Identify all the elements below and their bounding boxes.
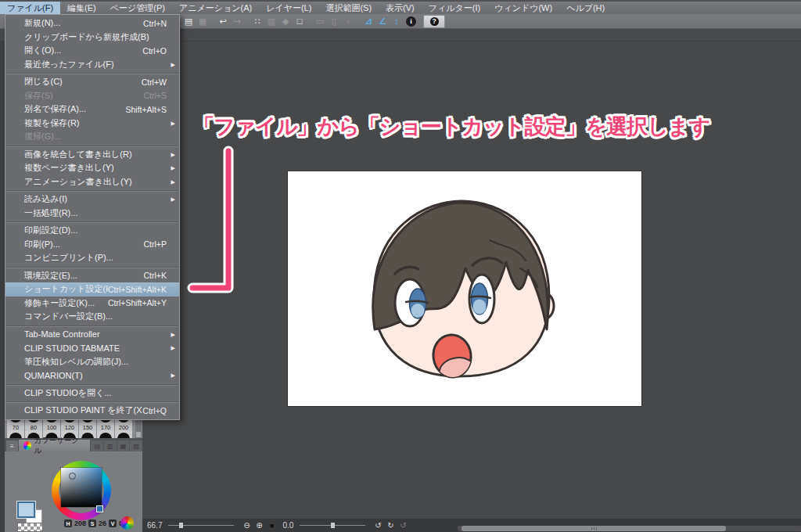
file-menu-item[interactable]: 最近使ったファイル(F) ▶ — [5, 58, 179, 72]
file-menu-item[interactable]: 印刷設定(D)... — [5, 224, 179, 238]
file-menu-item[interactable]: 読み込み(I) ▶ — [5, 192, 179, 207]
transform-dots-icon[interactable]: ∷ — [250, 16, 264, 27]
transparent-color-swatch[interactable] — [17, 523, 43, 532]
annotation-text: 「ファイル」から「ショートカット設定」を選択します — [193, 113, 709, 141]
file-menu-item[interactable]: 筆圧検知レベルの調節(J)... — [5, 355, 179, 369]
file-menu: 新規(N)... Ctrl+N クリップボードから新規作成(B) 開く(O)..… — [5, 14, 180, 420]
menu-bar-item[interactable]: 編集(E) — [60, 2, 103, 14]
file-menu-item[interactable]: CLIP STUDIOを開く... — [5, 386, 179, 401]
fit-to-screen-icon[interactable]: ■ — [265, 522, 278, 530]
rotation-slider[interactable] — [300, 525, 365, 526]
menu-bar-item[interactable]: ヘルプ(H) — [559, 2, 612, 14]
drawing-canvas[interactable] — [288, 171, 641, 406]
redo-icon[interactable]: ↪ — [230, 16, 244, 27]
hue-marker[interactable] — [96, 505, 103, 512]
tab-color-slider[interactable]: ▤ — [91, 440, 103, 451]
file-menu-item[interactable]: 印刷(P)... Ctrl+P — [5, 238, 179, 252]
tab-color-set[interactable]: ▥ — [104, 440, 117, 451]
menu-bar-item[interactable]: ページ管理(P) — [103, 2, 172, 14]
scrollbar-handle[interactable] — [462, 526, 726, 531]
snap-ruler-icon[interactable]: ⊿ — [361, 16, 375, 27]
file-menu-item[interactable]: 複数ページ書き出し(Y) ▶ — [5, 161, 179, 175]
file-menu-item[interactable]: CLIP STUDIO TABMATE ▶ — [5, 341, 179, 355]
menu-bar-item[interactable]: レイヤー(L) — [259, 2, 318, 14]
zoom-slider[interactable] — [168, 525, 234, 526]
toolbar-separator — [355, 16, 361, 27]
menu-bar-item[interactable]: アニメーション(A) — [172, 2, 259, 14]
edit-a-icon[interactable]: ▭ — [313, 16, 327, 27]
value-chip: V — [109, 519, 117, 527]
rotate-right-icon[interactable]: ↻ — [384, 521, 397, 530]
hue-chip: H — [64, 519, 72, 527]
file-menu-item[interactable]: 修飾キー設定(K)... Ctrl+Shift+Alt+Y — [5, 297, 179, 311]
foreground-color-swatch[interactable] — [17, 501, 35, 518]
brush-panel-scrollbar[interactable] — [135, 417, 142, 438]
tab-color-mixer[interactable]: ▦ — [117, 440, 130, 451]
menu-bar: ファイル(F) 編集(E) ページ管理(P) アニメーション(A) レイヤー(L… — [0, 0, 801, 14]
submenu-arrow-icon: ▶ — [171, 179, 175, 185]
submenu-arrow-icon: ▶ — [171, 345, 175, 351]
brush-size-item[interactable]: 170 — [97, 417, 114, 438]
file-menu-item[interactable]: コンビニプリント(P)... — [5, 251, 179, 265]
submenu-arrow-icon: ▶ — [171, 62, 175, 68]
file-menu-item[interactable]: 環境設定(E)... Ctrl+K — [5, 269, 179, 283]
panel-menu-icon[interactable]: ≡ — [6, 440, 18, 451]
undo-icon[interactable]: ↩ — [216, 16, 230, 27]
file-menu-item[interactable]: 一括処理(R)... — [5, 207, 179, 221]
file-menu-item[interactable]: 複製を保存(R) ▶ — [5, 117, 179, 131]
brush-thumbnail — [7, 431, 24, 438]
annotation-bracket — [185, 145, 239, 298]
file-menu-item[interactable]: QUMARION(T) ▶ — [5, 368, 179, 383]
color-wheel-icon[interactable] — [120, 516, 134, 530]
submenu-arrow-icon: ▶ — [171, 372, 175, 379]
help-icon: ? — [430, 17, 439, 26]
toolbar-separator — [210, 16, 216, 27]
brush-size-item[interactable]: 200 — [115, 417, 132, 438]
tab-color-circle[interactable]: カラーサークル — [19, 440, 91, 451]
group-icon[interactable]: ▥ — [264, 16, 278, 27]
file-menu-item[interactable]: 保存(S) Ctrl+S — [5, 89, 179, 103]
zoom-out-icon[interactable]: ⊖ — [240, 521, 253, 530]
rotate-left-icon[interactable]: ↺ — [372, 521, 384, 530]
menu-bar-item[interactable]: フィルター(I) — [422, 2, 487, 14]
save-icon[interactable]: ▦ — [196, 16, 210, 27]
info-icon[interactable]: i — [406, 16, 416, 27]
edit-b-icon[interactable]: ▯ — [327, 16, 341, 27]
file-menu-item[interactable]: クリップボードから新規作成(B) — [5, 31, 179, 45]
brush-thumbnail — [97, 431, 114, 438]
file-menu-item[interactable]: 別名で保存(A)... Shift+Alt+S — [5, 102, 179, 117]
file-menu-item[interactable]: 閉じる(C) Ctrl+W — [5, 75, 179, 89]
file-menu-item[interactable]: ショートカット設定(H)... Ctrl+Shift+Alt+K — [5, 282, 179, 297]
file-menu-item[interactable]: 新規(N)... Ctrl+N — [5, 16, 179, 31]
snap-angle-icon[interactable]: ∠ — [375, 16, 390, 27]
color-circle-panel: ≡ カラーサークル ▤ ▥ ▦ ▧ H 208 S 26 V 86 — [5, 438, 142, 532]
zoom-in-icon[interactable]: ⊕ — [253, 521, 265, 530]
edit-c-icon[interactable]: ▫ — [341, 16, 355, 27]
file-menu-item[interactable]: アニメーション書き出し(Y) ▶ — [5, 175, 179, 189]
transform-frame-icon[interactable]: □ — [293, 16, 307, 27]
sv-cursor[interactable] — [69, 473, 76, 480]
file-menu-item[interactable]: 復帰(G)... — [5, 130, 179, 144]
menu-bar-item[interactable]: 選択範囲(S) — [318, 2, 379, 14]
horizontal-scrollbar[interactable] — [458, 526, 801, 531]
file-menu-item[interactable]: 画像を統合して書き出し(R) ▶ — [5, 148, 179, 162]
reset-rotation-icon[interactable]: ↺ — [397, 521, 409, 530]
saturation-chip: S — [88, 519, 96, 527]
saturation-value-square[interactable] — [61, 468, 102, 507]
menu-bar-item[interactable]: 表示(V) — [379, 2, 422, 14]
tab-color-history[interactable]: ▧ — [130, 440, 142, 451]
file-menu-item[interactable]: CLIP STUDIO PAINT を終了(X) Ctrl+Q — [5, 404, 179, 418]
menu-bar-item[interactable]: ウィンドウ(W) — [487, 2, 559, 14]
file-menu-item[interactable]: Tab-Mate Controller ▶ — [5, 328, 179, 342]
brush-thumbnail — [115, 431, 132, 438]
help-button[interactable]: ? — [423, 15, 445, 28]
toolbar-separator — [307, 16, 313, 27]
fill-icon[interactable]: ◆ — [278, 16, 293, 27]
menu-bar-item[interactable]: ファイル(F) — [0, 2, 60, 14]
brush-size-item[interactable]: 70 — [7, 417, 24, 438]
submenu-arrow-icon: ▶ — [171, 165, 175, 171]
snap-special-icon[interactable]: ↕ — [390, 16, 404, 27]
file-menu-item[interactable]: コマンドバー設定(B)... — [5, 310, 179, 324]
file-menu-item[interactable]: 開く(O)... Ctrl+O — [5, 44, 179, 58]
open-file-icon[interactable]: ▤ — [181, 16, 196, 27]
